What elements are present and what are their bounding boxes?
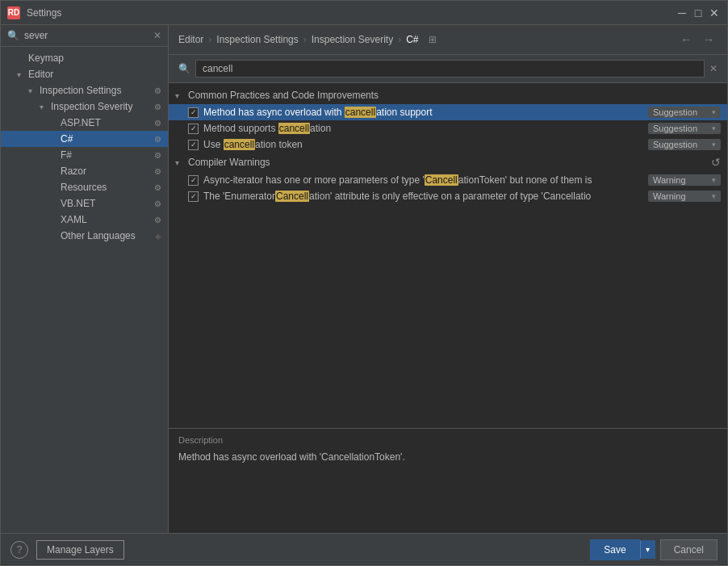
help-button[interactable]: ? [10, 541, 28, 559]
sidebar-item-csharp[interactable]: C# ⚙ [1, 131, 168, 147]
severity-suggestion-3[interactable]: Suggestion ▾ [648, 139, 721, 150]
sidebar-item-keymap[interactable]: Keymap [1, 50, 168, 66]
inspection-checkbox[interactable] [188, 175, 199, 186]
severity-suggestion-1[interactable]: Suggestion ▾ [648, 107, 721, 118]
tree-arrow: ▾ [17, 70, 28, 79]
severity-dropdown-arrow: ▾ [712, 192, 716, 200]
settings-icon: ⚙ [154, 183, 161, 192]
save-group: Save ▾ [590, 539, 655, 560]
manage-layers-button[interactable]: Manage Layers [36, 540, 124, 560]
sidebar-item-inspection-severity[interactable]: ▾ Inspection Severity ⚙ [1, 99, 168, 115]
settings-icon: ⚙ [154, 103, 161, 111]
settings-icon: ⚙ [154, 135, 161, 144]
breadcrumb-editor: Editor [178, 34, 203, 45]
sidebar-item-label: ASP.NET [61, 117, 151, 128]
sidebar-item-label: F# [61, 149, 151, 161]
tree-arrow: ▾ [40, 103, 51, 111]
sidebar-item-label: Inspection Severity [51, 101, 151, 112]
inspection-row-enumerator-cancellation[interactable]: The 'EnumeratorCancellation' attribute i… [169, 188, 727, 204]
sidebar-item-editor[interactable]: ▾ Editor [1, 66, 168, 82]
filter-search-icon: 🔍 [178, 63, 190, 74]
settings-icon: ⚙ [154, 199, 161, 208]
app-icon: RD [7, 6, 20, 19]
section-arrow: ▾ [175, 91, 185, 100]
section-arrow: ▾ [175, 158, 185, 167]
left-panel: 🔍 ✕ Keymap ▾ Editor ▾ Inspection S [1, 25, 169, 533]
severity-dropdown-arrow: ▾ [712, 140, 716, 149]
sidebar-item-razor[interactable]: Razor ⚙ [1, 163, 168, 179]
title-bar: RD Settings ─ □ ✕ [1, 1, 727, 25]
highlight: cancell [224, 139, 255, 150]
sidebar-item-fsharp[interactable]: F# ⚙ [1, 147, 168, 163]
settings-window: RD Settings ─ □ ✕ 🔍 ✕ Keymap [0, 0, 728, 566]
search-icon: 🔍 [7, 30, 19, 41]
reset-section-icon[interactable]: ↺ [711, 156, 721, 169]
description-label: Description [178, 435, 718, 445]
settings-icon: ◆ [155, 232, 161, 241]
inspection-checkbox[interactable] [188, 107, 199, 118]
breadcrumb-inspection-settings: Inspection Settings [216, 34, 298, 45]
filter-input[interactable] [195, 60, 705, 78]
breadcrumb-sep-2: › [303, 34, 307, 45]
title-bar-controls: ─ □ ✕ [676, 6, 721, 19]
filter-clear-icon[interactable]: ✕ [709, 63, 718, 74]
inspection-row-async-overload[interactable]: Method has async overload with cancellat… [169, 104, 727, 120]
save-dropdown-button[interactable]: ▾ [640, 540, 655, 559]
sidebar-item-label: Other Languages [61, 230, 152, 241]
close-button[interactable]: ✕ [708, 6, 721, 19]
sidebar-item-inspection-settings[interactable]: ▾ Inspection Settings ⚙ [1, 82, 168, 99]
sidebar-item-label: XAML [61, 214, 151, 225]
cancel-button[interactable]: Cancel [660, 539, 718, 560]
breadcrumb-sep-3: › [398, 34, 401, 45]
sidebar-item-label: Keymap [28, 52, 161, 64]
severity-warning-1[interactable]: Warning ▾ [648, 174, 721, 186]
sidebar-item-label: VB.NET [61, 198, 151, 209]
inspection-checkbox[interactable] [188, 124, 199, 134]
description-area: Description Method has async overload wi… [169, 428, 727, 533]
inspection-checkbox[interactable] [188, 140, 199, 150]
inspection-text: The 'EnumeratorCancellation' attribute i… [203, 191, 643, 202]
highlight: cancell [345, 107, 376, 118]
sidebar-item-resources[interactable]: Resources ⚙ [1, 179, 168, 195]
highlight: Cancell [425, 174, 458, 186]
inspection-area: ▾ Common Practices and Code Improvements… [169, 83, 727, 428]
tree-area: Keymap ▾ Editor ▾ Inspection Settings ⚙ … [1, 47, 168, 533]
main-content: 🔍 ✕ Keymap ▾ Editor ▾ Inspection S [1, 25, 727, 533]
section-label: Compiler Warnings [188, 157, 270, 168]
filter-bar: 🔍 ✕ [169, 55, 727, 83]
inspection-checkbox[interactable] [188, 191, 199, 202]
inspection-row-async-iterator[interactable]: Async-iterator has one or more parameter… [169, 172, 727, 188]
description-text: Method has async overload with 'Cancella… [178, 450, 718, 464]
search-input[interactable] [24, 30, 149, 41]
settings-icon: ⚙ [154, 216, 161, 224]
sidebar-item-label: Editor [28, 69, 161, 80]
severity-dropdown-arrow: ▾ [712, 176, 716, 184]
minimize-button[interactable]: ─ [676, 6, 688, 19]
inspection-text: Async-iterator has one or more parameter… [203, 174, 643, 186]
section-compiler-warnings[interactable]: ▾ Compiler Warnings ↺ [169, 153, 727, 172]
severity-warning-2[interactable]: Warning ▾ [648, 191, 721, 202]
severity-dropdown-arrow: ▾ [712, 108, 716, 116]
section-common-practices[interactable]: ▾ Common Practices and Code Improvements [169, 86, 727, 104]
save-button[interactable]: Save [590, 539, 639, 560]
breadcrumb-sep-1: › [208, 34, 211, 45]
tree-arrow: ▾ [28, 86, 40, 95]
search-clear-icon[interactable]: ✕ [153, 30, 161, 41]
maximize-button[interactable]: □ [692, 6, 705, 19]
settings-icon: ⚙ [154, 151, 161, 160]
bottom-bar: ? Manage Layers Save ▾ Cancel [1, 533, 727, 565]
severity-suggestion-2[interactable]: Suggestion ▾ [648, 123, 721, 134]
inspection-row-supports-cancellation[interactable]: Method supports cancellation Suggestion … [169, 120, 727, 136]
inspection-text: Method has async overload with cancellat… [203, 107, 643, 118]
settings-icon: ⚙ [154, 119, 161, 128]
sidebar-item-other-languages[interactable]: Other Languages ◆ [1, 228, 168, 244]
nav-back-button[interactable]: ← [677, 31, 695, 48]
sidebar-item-aspnet[interactable]: ASP.NET ⚙ [1, 115, 168, 131]
inspection-row-use-cancellation-token[interactable]: Use cancellation token Suggestion ▾ [169, 136, 727, 153]
sidebar-item-label: C# [61, 133, 151, 145]
sidebar-item-vbnet[interactable]: VB.NET ⚙ [1, 195, 168, 212]
section-label: Common Practices and Code Improvements [188, 90, 379, 101]
sidebar-item-xaml[interactable]: XAML ⚙ [1, 212, 168, 228]
nav-forward-button[interactable]: → [700, 31, 718, 48]
inspection-text: Use cancellation token [203, 139, 643, 150]
